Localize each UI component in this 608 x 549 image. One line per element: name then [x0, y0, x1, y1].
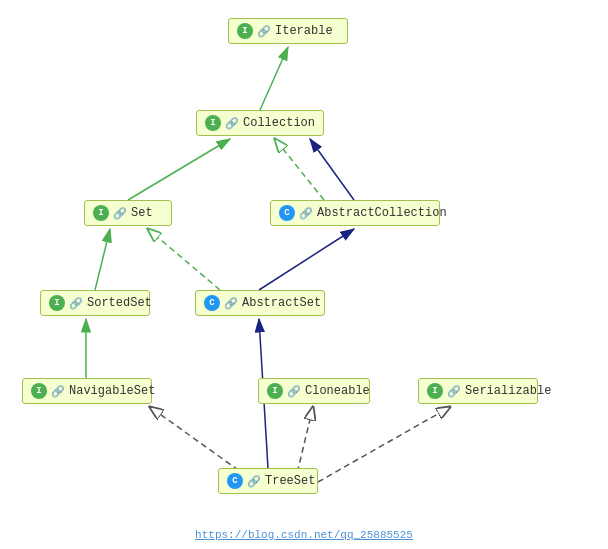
- badge-navigable-set: I: [31, 383, 47, 399]
- badge-abstract-set: C: [204, 295, 220, 311]
- node-serializable: I 🔗 Serializable: [418, 378, 538, 404]
- badge-iterable: I: [237, 23, 253, 39]
- node-iterable: I 🔗 Iterable: [228, 18, 348, 44]
- svg-line-14: [318, 407, 450, 482]
- svg-line-7: [95, 229, 110, 290]
- badge-collection: I: [205, 115, 221, 131]
- arrows-svg: [0, 0, 608, 549]
- svg-line-15: [275, 139, 324, 200]
- label-iterable: Iterable: [275, 24, 333, 38]
- svg-line-8: [148, 229, 220, 290]
- label-collection: Collection: [243, 116, 315, 130]
- label-navigable-set: NavigableSet: [69, 384, 155, 398]
- node-set: I 🔗 Set: [84, 200, 172, 226]
- label-serializable: Serializable: [465, 384, 551, 398]
- node-navigable-set: I 🔗 NavigableSet: [22, 378, 152, 404]
- svg-line-5: [128, 139, 230, 200]
- label-tree-set: TreeSet: [265, 474, 315, 488]
- label-abstract-collection: AbstractCollection: [317, 206, 447, 220]
- badge-sorted-set: I: [49, 295, 65, 311]
- node-tree-set: C 🔗 TreeSet: [218, 468, 318, 494]
- badge-serializable: I: [427, 383, 443, 399]
- label-set: Set: [131, 206, 153, 220]
- label-cloneable: Cloneable: [305, 384, 370, 398]
- badge-tree-set: C: [227, 473, 243, 489]
- label-abstract-set: AbstractSet: [242, 296, 321, 310]
- badge-cloneable: I: [267, 383, 283, 399]
- badge-abstract-collection: C: [279, 205, 295, 221]
- badge-set: I: [93, 205, 109, 221]
- node-cloneable: I 🔗 Cloneable: [258, 378, 370, 404]
- diagram: I 🔗 Iterable I 🔗 Collection I 🔗 Set C 🔗 …: [0, 0, 608, 549]
- node-sorted-set: I 🔗 SortedSet: [40, 290, 150, 316]
- node-abstract-collection: C 🔗 AbstractCollection: [270, 200, 440, 226]
- svg-line-4: [260, 47, 288, 110]
- svg-line-9: [259, 229, 354, 290]
- node-abstract-set: C 🔗 AbstractSet: [195, 290, 325, 316]
- watermark: https://blog.csdn.net/qq_25885525: [195, 529, 413, 541]
- label-sorted-set: SortedSet: [87, 296, 152, 310]
- svg-line-6: [310, 139, 354, 200]
- node-collection: I 🔗 Collection: [196, 110, 324, 136]
